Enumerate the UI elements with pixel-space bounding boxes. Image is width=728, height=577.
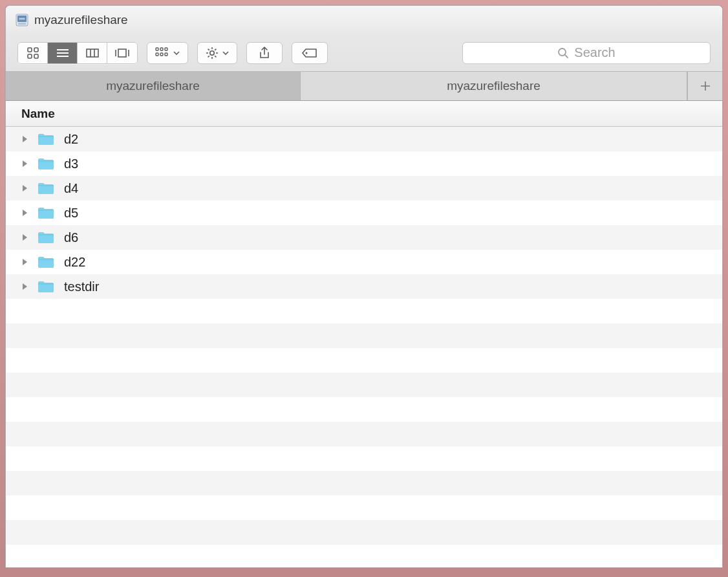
svg-point-2 [19,18,21,20]
search-input[interactable]: Search [462,42,711,64]
svg-rect-6 [28,48,32,52]
empty-row [6,299,722,323]
action-button[interactable] [197,42,237,64]
tag-icon [302,48,317,58]
svg-line-33 [215,49,216,50]
file-name: testdir [64,279,99,294]
empty-row [6,397,722,422]
network-volume-icon [15,13,29,27]
empty-row [6,520,722,545]
empty-row [6,323,722,348]
folder-icon [37,230,55,245]
plus-icon [700,80,711,92]
disclosure-triangle-icon[interactable] [21,258,30,266]
empty-row [6,422,722,446]
svg-rect-9 [34,54,38,58]
folder-icon [37,157,55,171]
list-view-button[interactable] [48,43,78,63]
list-item[interactable]: d4 [6,176,722,201]
svg-rect-7 [34,48,38,52]
svg-point-25 [210,50,214,54]
svg-rect-17 [118,49,126,57]
search-placeholder: Search [574,45,615,60]
svg-rect-8 [28,54,32,58]
disclosure-triangle-icon[interactable] [21,234,30,241]
file-name: d2 [64,132,78,147]
share-icon [259,47,270,60]
list-item[interactable]: testdir [6,274,722,299]
svg-line-32 [208,56,209,57]
file-name: d3 [64,157,78,171]
list-item[interactable]: d3 [6,151,722,176]
tab-inactive[interactable]: myazurefileshare [301,72,687,100]
tab-label: myazurefileshare [106,79,200,93]
disclosure-triangle-icon[interactable] [21,283,30,290]
finder-window: myazurefileshare [5,5,723,568]
empty-row [6,348,722,373]
column-header[interactable]: Name [6,101,722,127]
search-icon [557,47,569,59]
icon-view-button[interactable] [18,43,48,63]
file-name: d4 [64,181,78,196]
svg-line-30 [208,49,209,50]
svg-rect-19 [156,48,158,50]
svg-line-31 [215,56,216,57]
chevron-down-icon [222,51,229,55]
add-tab-button[interactable] [687,72,722,100]
empty-row [6,373,722,397]
list-item[interactable]: d22 [6,250,722,274]
column-name-label: Name [21,107,55,121]
tabs-row: myazurefileshare myazurefileshare [6,72,722,101]
window-title: myazurefileshare [34,13,128,27]
list-item[interactable]: d5 [6,201,722,225]
svg-rect-21 [165,48,167,50]
folder-icon [37,132,55,146]
share-button[interactable] [246,42,283,64]
chevron-down-icon [173,51,180,55]
svg-rect-13 [87,49,98,57]
disclosure-triangle-icon[interactable] [21,184,30,192]
svg-point-35 [559,49,566,56]
list-item[interactable]: d6 [6,225,722,250]
svg-point-34 [306,52,308,54]
svg-rect-23 [160,53,163,56]
svg-point-4 [23,18,25,20]
empty-row [6,495,722,520]
tab-active[interactable]: myazurefileshare [6,72,301,100]
disclosure-triangle-icon[interactable] [21,160,30,168]
toolbar: Search [6,34,722,72]
tab-label: myazurefileshare [447,79,541,93]
tags-button[interactable] [292,42,328,64]
gear-icon [206,47,219,60]
gallery-view-button[interactable] [107,43,137,63]
svg-rect-5 [18,23,26,25]
file-name: d6 [64,230,78,245]
svg-point-3 [21,18,23,20]
folder-icon [37,255,55,269]
arrange-button[interactable] [147,42,188,64]
disclosure-triangle-icon[interactable] [21,135,30,143]
file-name: d5 [64,206,78,221]
svg-rect-24 [165,53,167,56]
svg-rect-22 [156,53,158,56]
file-name: d22 [64,255,85,270]
list-item[interactable]: d2 [6,127,722,151]
folder-icon [37,181,55,195]
file-list[interactable]: d2d3d4d5d6d22testdir [6,127,722,567]
svg-rect-20 [160,48,163,50]
empty-row [6,471,722,495]
disclosure-triangle-icon[interactable] [21,209,30,217]
column-view-button[interactable] [78,43,107,63]
folder-icon [37,279,55,294]
view-mode-segmented [17,42,138,64]
svg-line-36 [565,55,568,58]
titlebar[interactable]: myazurefileshare [6,6,722,34]
folder-icon [37,206,55,220]
empty-row [6,446,722,471]
